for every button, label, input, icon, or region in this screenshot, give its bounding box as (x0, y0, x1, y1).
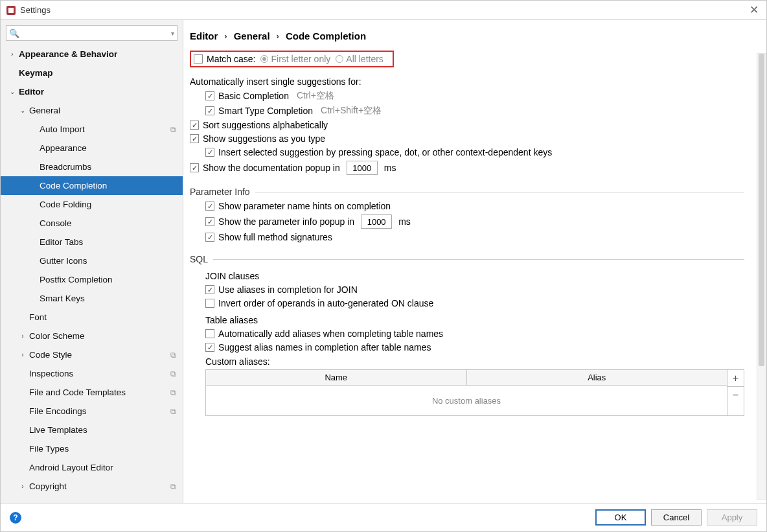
smart-type-checkbox[interactable] (205, 106, 214, 115)
auto-insert-header: Automatically insert single suggestions … (190, 76, 744, 87)
first-letter-label: First letter only (271, 54, 330, 64)
suggest-alias-checkbox[interactable] (205, 343, 214, 352)
sidebar-item-gutter-icons[interactable]: ·Gutter Icons (1, 251, 183, 270)
scope-icon: ⧉ (170, 369, 176, 378)
chevron-right-icon: › (224, 31, 227, 41)
sidebar-item-label: File and Code Templates (29, 387, 170, 397)
sidebar-item-file-and-code-templates[interactable]: ·File and Code Templates⧉ (1, 383, 183, 402)
sidebar: 🔍 ▾ ›Appearance & Behavior·Keymap⌄Editor… (1, 20, 183, 503)
param-popup-checkbox[interactable] (205, 217, 214, 226)
match-case-label: Match case: (207, 54, 255, 64)
sidebar-item-font[interactable]: ·Font (1, 308, 183, 327)
first-letter-radio[interactable] (260, 55, 268, 63)
search-icon: 🔍 (9, 29, 19, 38)
join-clauses-header: JOIN clauses (205, 271, 744, 281)
sidebar-item-editor-tabs[interactable]: ·Editor Tabs (1, 233, 183, 251)
sidebar-item-label: Breadcrumbs (40, 162, 176, 172)
sidebar-item-android-layout-editor[interactable]: ·Android Layout Editor (1, 458, 183, 477)
sidebar-item-copyright[interactable]: ›Copyright⧉ (1, 477, 183, 496)
scrollbar[interactable] (757, 53, 766, 500)
close-icon[interactable]: ✕ (747, 3, 761, 17)
sidebar-item-live-templates[interactable]: ·Live Templates (1, 421, 183, 439)
dialog-footer: ? OK Cancel Apply (1, 503, 766, 531)
show-doc-checkbox[interactable] (190, 163, 199, 172)
basic-shortcut: Ctrl+空格 (297, 90, 334, 102)
cancel-button[interactable]: Cancel (651, 509, 702, 526)
custom-aliases-table: Name Alias No custom aliases (205, 369, 727, 416)
sidebar-item-file-encodings[interactable]: ·File Encodings⧉ (1, 402, 183, 421)
sidebar-item-label: Gutter Icons (40, 256, 176, 266)
scope-icon: ⧉ (170, 482, 176, 491)
basic-completion-checkbox[interactable] (205, 91, 214, 100)
tree-arrow-icon: › (19, 483, 27, 490)
all-letters-radio[interactable] (336, 55, 343, 63)
sidebar-item-breadcrumbs[interactable]: ·Breadcrumbs (1, 157, 183, 176)
sidebar-item-auto-import[interactable]: ·Auto Import⧉ (1, 120, 183, 139)
smart-type-label: Smart Type Completion (218, 106, 313, 116)
table-empty-text: No custom aliases (206, 386, 727, 415)
doc-popup-delay-input[interactable] (347, 161, 378, 175)
ok-button[interactable]: OK (595, 509, 646, 526)
ms-unit: ms (384, 163, 396, 173)
sidebar-item-appearance[interactable]: ·Appearance (1, 139, 183, 157)
sidebar-item-label: Live Templates (29, 425, 176, 435)
add-alias-button[interactable]: + (727, 370, 744, 387)
scrollbar-thumb[interactable] (759, 54, 764, 366)
help-button[interactable]: ? (10, 512, 21, 524)
sidebar-item-label: Code Folding (40, 200, 176, 209)
sidebar-item-code-completion[interactable]: ·Code Completion (1, 176, 183, 195)
sidebar-item-file-types[interactable]: ·File Types (1, 439, 183, 458)
sidebar-item-keymap[interactable]: ·Keymap (1, 64, 183, 82)
search-input[interactable]: 🔍 ▾ (6, 25, 177, 41)
sidebar-item-inspections[interactable]: ·Inspections⧉ (1, 364, 183, 383)
sort-suggestions-label: Sort suggestions alphabetically (203, 120, 328, 130)
chevron-down-icon[interactable]: ▾ (171, 30, 174, 37)
sidebar-item-label: Code Style (29, 350, 170, 360)
sidebar-item-label: Keymap (19, 68, 176, 78)
sidebar-item-code-folding[interactable]: ·Code Folding (1, 195, 183, 214)
full-signatures-label: Show full method signatures (218, 232, 332, 242)
tree-arrow-icon: › (8, 51, 16, 58)
match-case-checkbox[interactable] (194, 54, 203, 64)
tree-arrow-icon: ⌄ (8, 88, 16, 95)
sidebar-item-label: Font (29, 312, 176, 322)
invert-on-checkbox[interactable] (205, 299, 214, 308)
sidebar-item-label: Auto Import (40, 124, 170, 134)
sidebar-item-smart-keys[interactable]: ·Smart Keys (1, 289, 183, 308)
settings-tree: ›Appearance & Behavior·Keymap⌄Editor⌄Gen… (1, 45, 183, 503)
sidebar-item-postfix-completion[interactable]: ·Postfix Completion (1, 270, 183, 289)
sidebar-item-label: General (29, 106, 176, 115)
sidebar-item-appearance-behavior[interactable]: ›Appearance & Behavior (1, 45, 183, 64)
sort-suggestions-checkbox[interactable] (190, 121, 199, 130)
param-popup-delay-input[interactable] (361, 214, 392, 229)
sidebar-item-code-style[interactable]: ›Code Style⧉ (1, 345, 183, 364)
col-alias: Alias (467, 370, 727, 385)
param-hints-checkbox[interactable] (205, 202, 214, 211)
scope-icon: ⧉ (170, 407, 176, 416)
app-icon (6, 5, 16, 16)
sidebar-item-console[interactable]: ·Console (1, 214, 183, 233)
sidebar-item-label: Editor (19, 87, 176, 97)
parameter-info-section: Parameter Info (190, 187, 744, 197)
show-as-type-checkbox[interactable] (190, 134, 199, 143)
sidebar-item-label: File Encodings (29, 406, 170, 416)
use-aliases-join-label: Use aliases in completion for JOIN (218, 284, 358, 295)
sidebar-item-label: Code Completion (40, 181, 176, 191)
sidebar-item-editor[interactable]: ⌄Editor (1, 82, 183, 101)
tree-arrow-icon: ⌄ (19, 107, 27, 114)
show-as-type-label: Show suggestions as you type (203, 133, 325, 144)
sidebar-item-general[interactable]: ⌄General (1, 101, 183, 120)
remove-alias-button[interactable]: − (727, 387, 744, 404)
sidebar-item-label: Appearance & Behavior (19, 49, 176, 59)
sidebar-item-label: Editor Tabs (40, 237, 176, 247)
breadcrumb-part: Code Completion (286, 30, 366, 41)
sidebar-item-label: Copyright (29, 481, 170, 491)
full-signatures-checkbox[interactable] (205, 233, 214, 242)
sidebar-item-color-scheme[interactable]: ›Color Scheme (1, 327, 183, 345)
window-title: Settings (20, 5, 51, 15)
invert-on-label: Invert order of operands in auto-generat… (218, 298, 433, 308)
table-aliases-header: Table aliases (205, 315, 744, 325)
auto-add-aliases-checkbox[interactable] (205, 329, 214, 338)
use-aliases-join-checkbox[interactable] (205, 285, 214, 294)
insert-selected-checkbox[interactable] (205, 148, 214, 157)
